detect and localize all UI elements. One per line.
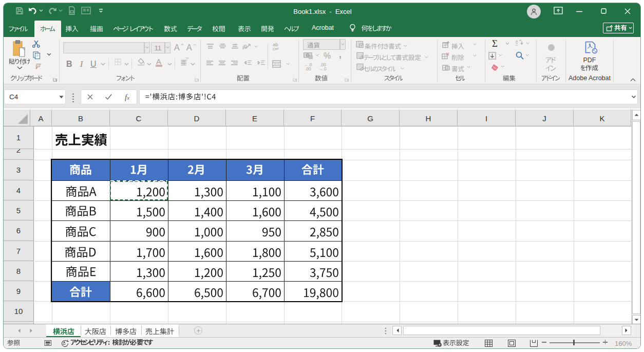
svg-text:Z: Z	[516, 43, 518, 46]
svg-text:.00: .00	[305, 66, 311, 70]
svg-text:→.0: →.0	[318, 66, 327, 70]
